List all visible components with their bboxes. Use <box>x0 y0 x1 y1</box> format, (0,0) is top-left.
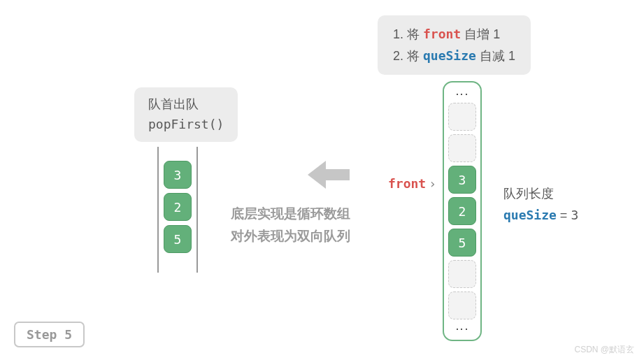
deque-visual: 3 2 5 <box>157 147 198 273</box>
array-slot-filled: 5 <box>448 229 476 257</box>
array-slot-empty <box>448 291 476 319</box>
ellipsis-icon: ⋮ <box>459 88 466 99</box>
description-text: 底层实现是循环数组 对外表现为双向队列 <box>231 203 350 248</box>
array-slot-filled: 2 <box>448 197 476 225</box>
instruction-line-1: 1. 将 front 自增 1 <box>393 24 515 45</box>
queue-size-value: queSize = 3 <box>503 205 578 226</box>
deque-cell: 3 <box>164 161 192 189</box>
front-pointer-label: front› <box>388 176 436 191</box>
instruction-line-2: 2. 将 queSize 自减 1 <box>393 45 515 67</box>
arrow-left-icon <box>308 161 350 189</box>
operation-label-box: 队首出队 popFirst() <box>134 87 238 142</box>
array-slot-empty <box>448 260 476 288</box>
deque-cell: 5 <box>164 225 192 253</box>
queue-size-label: 队列长度 <box>503 183 578 205</box>
array-slot-empty <box>448 103 476 131</box>
operation-label-code: popFirst() <box>148 115 224 135</box>
queue-size-info: 队列长度 queSize = 3 <box>503 183 578 226</box>
ellipsis-icon: ⋮ <box>459 323 466 334</box>
description-line-2: 对外表现为双向队列 <box>231 225 350 247</box>
keyword-front: front <box>423 27 461 41</box>
step-indicator: Step 5 <box>14 322 85 347</box>
keyword-quesize: queSize <box>423 48 476 63</box>
watermark: CSDN @默语玄 <box>574 344 634 356</box>
circular-array: ⋮ 3 2 5 ⋮ <box>443 81 482 341</box>
description-line-1: 底层实现是循环数组 <box>231 203 350 225</box>
operation-label-cn: 队首出队 <box>148 94 224 115</box>
instruction-box: 1. 将 front 自增 1 2. 将 queSize 自减 1 <box>378 15 531 75</box>
array-slot-filled: 3 <box>448 166 476 194</box>
array-slot-empty <box>448 134 476 162</box>
caret-right-icon: › <box>429 176 436 191</box>
deque-cell: 2 <box>164 193 192 221</box>
